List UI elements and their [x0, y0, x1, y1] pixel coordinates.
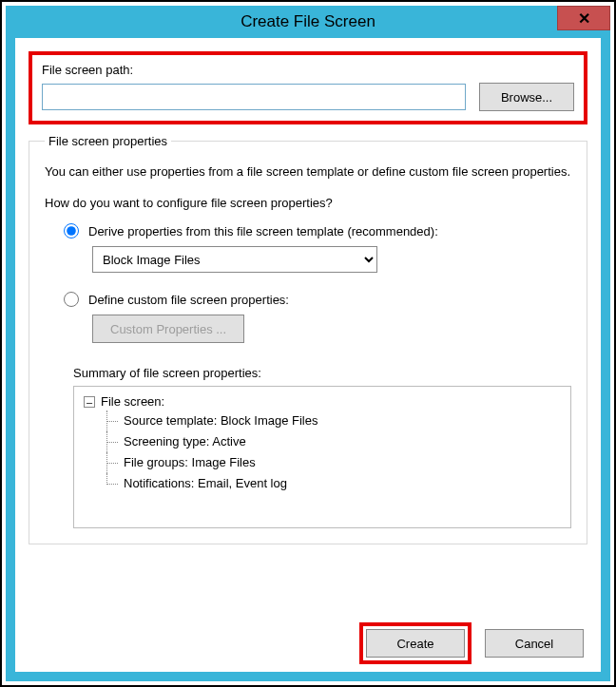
path-section: File screen path: Browse...: [29, 51, 587, 124]
summary-label: Summary of file screen properties:: [73, 366, 571, 380]
radio-template[interactable]: [64, 223, 79, 239]
tree-root-label: File screen:: [101, 394, 164, 409]
tree-root-item: – File screen: Source template: Block Im…: [84, 394, 561, 494]
tree-item: Source template: Block Image Files: [101, 410, 561, 431]
cancel-button[interactable]: Cancel: [485, 629, 584, 658]
tree-toggle-icon[interactable]: –: [84, 396, 95, 408]
tree-item: Notifications: Email, Event log: [101, 473, 561, 494]
summary-tree: – File screen: Source template: Block Im…: [84, 394, 561, 494]
close-icon: ✕: [578, 10, 590, 28]
tree-children: Source template: Block Image Files Scree…: [101, 410, 561, 494]
radio-template-label: Derive properties from this file screen …: [88, 224, 438, 239]
template-select[interactable]: Block Image Files: [92, 246, 377, 273]
path-label: File screen path:: [42, 63, 574, 77]
properties-legend: File screen properties: [45, 134, 171, 148]
properties-group: File screen properties You can either us…: [29, 134, 587, 544]
path-input[interactable]: [42, 84, 466, 110]
close-button[interactable]: ✕: [557, 6, 610, 30]
properties-intro: You can either use properties from a fil…: [45, 163, 571, 181]
properties-question: How do you want to configure file screen…: [45, 196, 571, 210]
radio-custom[interactable]: [64, 292, 79, 307]
custom-button-row: Custom Properties ...: [92, 315, 571, 343]
footer-buttons: Create Cancel: [359, 622, 584, 664]
summary-box: – File screen: Source template: Block Im…: [73, 386, 571, 528]
custom-properties-button: Custom Properties ...: [92, 315, 244, 343]
radio-custom-label: Define custom file screen properties:: [88, 293, 289, 307]
client-area: File screen path: Browse... File screen …: [15, 38, 601, 672]
window-title: Create File Screen: [241, 12, 375, 31]
tree-item: Screening type: Active: [101, 431, 561, 452]
create-button[interactable]: Create: [366, 629, 465, 658]
radio-template-row[interactable]: Derive properties from this file screen …: [64, 223, 571, 239]
titlebar: Create File Screen ✕: [6, 6, 610, 38]
window-frame: Create File Screen ✕ File screen path: B…: [0, 0, 616, 687]
create-highlight: Create: [359, 622, 472, 664]
tree-item: File groups: Image Files: [101, 452, 561, 473]
radio-custom-row[interactable]: Define custom file screen properties:: [64, 292, 571, 307]
path-row: Browse...: [42, 83, 574, 111]
browse-button[interactable]: Browse...: [479, 83, 574, 111]
window: Create File Screen ✕ File screen path: B…: [6, 6, 610, 681]
